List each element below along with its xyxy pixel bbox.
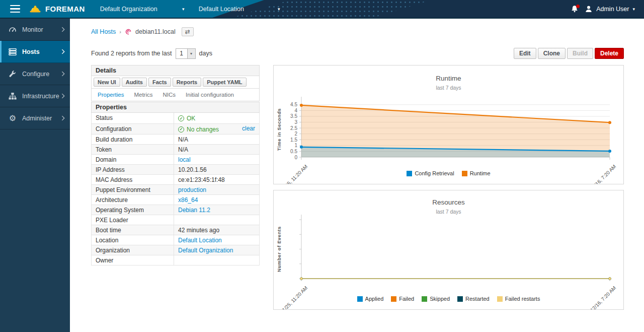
chevron-right-icon bbox=[61, 93, 65, 99]
puppet-environment-link[interactable]: production bbox=[178, 186, 206, 193]
tab-properties[interactable]: Properties bbox=[93, 91, 129, 99]
architecture-link[interactable]: x86_64 bbox=[178, 196, 198, 204]
legend-label: Runtime bbox=[470, 170, 491, 176]
legend-item-restarted[interactable]: Restarted bbox=[457, 296, 490, 302]
sidebar-item-configure[interactable]: Configure bbox=[0, 63, 70, 85]
property-value: production bbox=[174, 185, 260, 195]
operating-system-link[interactable]: Debian 11.2 bbox=[178, 207, 210, 214]
brand-name: FOREMAN bbox=[45, 5, 85, 13]
chevron-down-icon: ▾ bbox=[632, 7, 635, 12]
legend-item-failed-restarts[interactable]: Failed restarts bbox=[497, 296, 540, 302]
legend-item-applied[interactable]: Applied bbox=[357, 296, 384, 302]
sidebar-item-label: Configure bbox=[22, 71, 61, 78]
facts-button[interactable]: Facts bbox=[148, 78, 171, 87]
legend-item-skipped[interactable]: Skipped bbox=[422, 296, 450, 302]
property-row-organization: OrganizationDefault Organization bbox=[92, 245, 260, 255]
legend-swatch bbox=[357, 296, 363, 302]
property-label: Domain bbox=[92, 155, 174, 165]
sidebar-item-label: Administer bbox=[22, 115, 61, 122]
resources-legend: AppliedFailedSkippedRestartedFailed rest… bbox=[274, 296, 623, 302]
property-value: 42 minutes ago bbox=[174, 225, 260, 235]
report-days-value: 1 bbox=[176, 49, 187, 58]
details-panel: Details New UIAuditsFactsReportsPuppet Y… bbox=[91, 65, 260, 101]
property-row-puppet-environment: Puppet Environmentproduction bbox=[92, 185, 260, 195]
legend-item-config-retrieval[interactable]: Config Retrieval bbox=[407, 170, 454, 176]
legend-label: Failed bbox=[399, 296, 414, 302]
property-label: Architecture bbox=[92, 195, 174, 205]
legend-label: Skipped bbox=[430, 296, 450, 302]
check-circle-icon: ✓ bbox=[178, 126, 184, 132]
property-label: Token bbox=[92, 145, 174, 155]
reports-button[interactable]: Reports bbox=[173, 78, 202, 87]
property-label: Boot time bbox=[92, 225, 174, 235]
tab-nics[interactable]: NICs bbox=[157, 91, 181, 99]
sidebar-item-label: Monitor bbox=[22, 26, 61, 33]
property-row-location: LocationDefault Location bbox=[92, 235, 260, 245]
legend-swatch bbox=[407, 171, 412, 176]
user-menu-label: Admin User bbox=[596, 6, 629, 13]
audits-button[interactable]: Audits bbox=[122, 78, 147, 87]
notification-badge bbox=[576, 5, 580, 8]
report-days-select[interactable]: 1 ▾ bbox=[176, 48, 196, 59]
build-button: Build bbox=[567, 48, 593, 59]
foreman-brand[interactable]: FOREMAN bbox=[29, 4, 85, 14]
sidebar-item-administer[interactable]: ⚙Administer bbox=[0, 107, 70, 129]
property-row-build-duration: Build durationN/A bbox=[92, 135, 260, 145]
legend-label: Config Retrieval bbox=[415, 170, 454, 176]
masthead: FOREMAN Default Organization ▾ Default L… bbox=[0, 0, 644, 19]
notifications-button[interactable] bbox=[571, 5, 579, 13]
clone-button[interactable]: Clone bbox=[538, 48, 566, 59]
legend-label: Failed restarts bbox=[505, 296, 540, 302]
menu-toggle-button[interactable] bbox=[8, 3, 22, 15]
details-tabs: PropertiesMetricsNICsInitial configurati… bbox=[92, 89, 259, 101]
chart-subtitle: last 7 days bbox=[436, 85, 461, 91]
chevron-down-icon: ▾ bbox=[278, 7, 280, 12]
reports-summary-prefix: Found 2 reports from the last bbox=[91, 50, 172, 57]
reports-summary: Found 2 reports from the last 1 ▾ days bbox=[91, 48, 212, 59]
edit-button[interactable]: Edit bbox=[514, 48, 536, 59]
delete-button[interactable]: Delete bbox=[595, 48, 624, 59]
organization-link[interactable]: Default Organization bbox=[178, 247, 233, 254]
legend-swatch bbox=[462, 171, 467, 176]
status-ok-value: ✓No changes bbox=[178, 126, 219, 133]
property-label: Status bbox=[92, 113, 174, 124]
tab-metrics[interactable]: Metrics bbox=[129, 91, 157, 99]
property-label: Organization bbox=[92, 245, 174, 255]
y-tick-label: 4 bbox=[294, 108, 297, 113]
y-tick-label: 0.5 bbox=[290, 149, 297, 154]
new-ui-button[interactable]: New UI bbox=[94, 78, 120, 87]
breadcrumb-all-hosts-link[interactable]: All Hosts bbox=[91, 28, 116, 35]
chart-title: Runtime bbox=[436, 75, 461, 82]
puppet-yaml-button[interactable]: Puppet YAML bbox=[203, 78, 246, 87]
sidebar-item-infrastructure[interactable]: Infrastructure bbox=[0, 85, 70, 107]
tab-initial-configuration[interactable]: Initial configuration bbox=[181, 91, 239, 99]
location-link[interactable]: Default Location bbox=[178, 237, 222, 244]
property-row-token: TokenN/A bbox=[92, 145, 260, 155]
y-axis-label: Time in Seconds bbox=[276, 108, 282, 151]
vertical-nav: MonitorHostsConfigureInfrastructure⚙Admi… bbox=[0, 19, 70, 332]
tachometer-icon bbox=[9, 26, 17, 34]
property-value: Default Location bbox=[174, 235, 260, 245]
sidebar-item-monitor[interactable]: Monitor bbox=[0, 19, 70, 41]
user-menu[interactable]: Admin User ▾ bbox=[585, 5, 635, 13]
legend-item-failed[interactable]: Failed bbox=[391, 296, 414, 302]
property-label: Location bbox=[92, 235, 174, 245]
property-row-pxe-loader: PXE Loader bbox=[92, 215, 260, 225]
host-switcher-button[interactable]: ⇄ bbox=[182, 27, 194, 36]
property-value bbox=[174, 215, 260, 225]
property-row-domain: Domainlocal bbox=[92, 155, 260, 165]
property-label: Build duration bbox=[92, 135, 174, 145]
location-selector[interactable]: Default Location ▾ bbox=[199, 6, 280, 13]
legend-swatch bbox=[457, 296, 463, 302]
status-text: No changes bbox=[187, 126, 219, 133]
y-tick-label: 4.5 bbox=[290, 102, 297, 107]
properties-table: Properties Status✓OKConfiguration✓No cha… bbox=[91, 102, 260, 265]
property-row-owner: Owner bbox=[92, 255, 260, 265]
sidebar-item-hosts[interactable]: Hosts bbox=[0, 41, 70, 63]
organization-selector[interactable]: Default Organization ▾ bbox=[100, 6, 185, 13]
legend-label: Restarted bbox=[465, 296, 490, 302]
domain-link[interactable]: local bbox=[178, 156, 191, 163]
clear-link[interactable]: clear bbox=[242, 125, 255, 132]
legend-item-runtime[interactable]: Runtime bbox=[462, 170, 491, 176]
property-value: 10.20.1.56 bbox=[174, 165, 260, 175]
